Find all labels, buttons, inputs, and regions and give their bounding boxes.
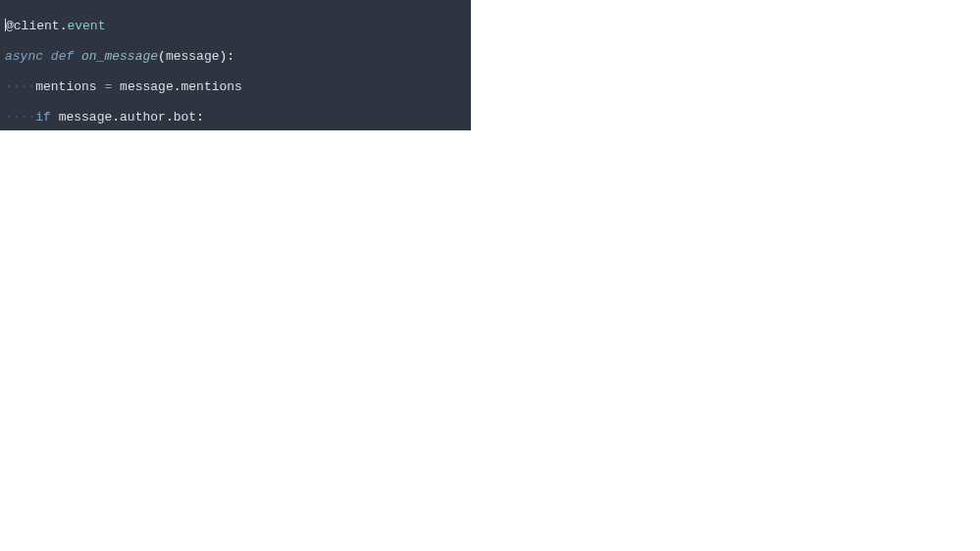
code-line: @client.event bbox=[5, 19, 466, 34]
paren: ( bbox=[158, 49, 166, 64]
whitespace bbox=[51, 110, 59, 125]
whitespace bbox=[74, 49, 81, 64]
identifier: client bbox=[14, 19, 60, 33]
keyword-async: async bbox=[5, 49, 43, 64]
attribute: mentions bbox=[181, 79, 242, 94]
decorator-name: event bbox=[67, 19, 105, 33]
dot: . bbox=[174, 79, 181, 94]
colon: : bbox=[227, 49, 234, 64]
code-line: ····if message.author.bot: bbox=[5, 110, 466, 125]
indent: ···· bbox=[5, 110, 35, 125]
identifier: message bbox=[59, 110, 113, 125]
dot: . bbox=[112, 110, 120, 125]
indent: ···· bbox=[5, 79, 35, 94]
colon: : bbox=[196, 110, 204, 125]
code-line: ····mentions = message.mentions bbox=[5, 79, 466, 95]
attribute: bot bbox=[174, 110, 196, 125]
identifier: mentions bbox=[35, 79, 96, 94]
identifier: message bbox=[120, 79, 174, 94]
dot: . bbox=[166, 110, 174, 125]
parameter: message bbox=[166, 49, 220, 64]
keyword-if: if bbox=[35, 110, 51, 125]
keyword-def: def bbox=[51, 49, 74, 64]
code-line: async def on_message(message): bbox=[5, 49, 466, 65]
function-name: on_message bbox=[81, 49, 158, 64]
whitespace bbox=[112, 79, 120, 94]
attribute: author bbox=[120, 110, 166, 125]
decorator-at: @ bbox=[6, 19, 14, 33]
whitespace bbox=[43, 49, 51, 64]
code-editor[interactable]: @client.event async def on_message(messa… bbox=[0, 0, 471, 130]
